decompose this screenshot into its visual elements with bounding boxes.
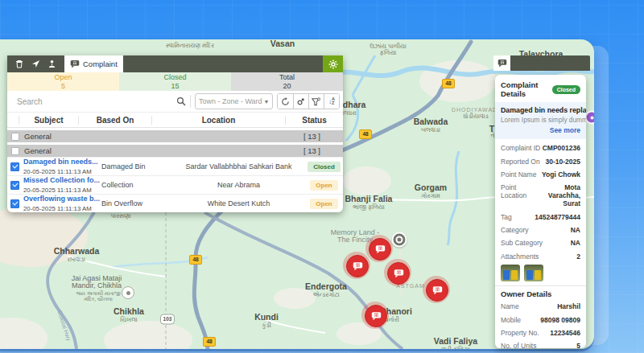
field-label: Tag bbox=[501, 213, 512, 221]
map-label-vadi-faliya-gu: વાડી ફળિયા bbox=[441, 347, 470, 349]
table-row[interactable]: Overflowing waste b... 20-05-2025 11:11:… bbox=[7, 194, 343, 212]
checkbox-checked[interactable] bbox=[10, 199, 19, 208]
field-row: Mobile98098 09809 bbox=[501, 313, 580, 326]
stats-row: Open 5 Closed 15 Total 20 bbox=[7, 72, 343, 91]
table-row[interactable]: Damaged bin needs... 20-05-2025 11:11:13… bbox=[7, 157, 343, 175]
status-badge: Closed bbox=[552, 85, 580, 94]
field-row: Reported On30-10-2025 bbox=[501, 154, 580, 167]
field-row: No. of Units5 bbox=[501, 339, 580, 348]
field-row: CategoryNA bbox=[501, 224, 580, 236]
purple-poi-icon[interactable] bbox=[585, 111, 595, 125]
map-label-jai-agasi-gu: જય અગાસી માતાજી મંદિર, ચીખલા bbox=[72, 291, 124, 302]
tab-complaint[interactable]: Complaint bbox=[64, 55, 123, 72]
divider bbox=[495, 285, 586, 286]
stat-total[interactable]: Total 20 bbox=[231, 72, 343, 91]
field-row: Property No.12234546 bbox=[501, 326, 580, 339]
complaint-bubble-icon bbox=[432, 285, 443, 295]
field-value: CMP001236 bbox=[543, 144, 580, 152]
map-label-balwada-gu: બલવાડા bbox=[421, 127, 440, 133]
location-value: White Desert Kutch bbox=[172, 199, 305, 207]
header-location[interactable]: Location bbox=[151, 116, 285, 125]
see-more-link[interactable]: See more bbox=[501, 126, 580, 134]
field-label: Point Location bbox=[501, 183, 532, 207]
search-icon[interactable] bbox=[176, 96, 186, 106]
map-label-kundi-gu: કુંડી bbox=[262, 322, 271, 329]
navigation-icon[interactable] bbox=[27, 55, 43, 72]
stat-closed[interactable]: Closed 15 bbox=[119, 72, 231, 91]
gear-icon bbox=[328, 60, 338, 69]
complaint-bubble-icon bbox=[371, 311, 382, 321]
field-label: Point Name bbox=[501, 170, 536, 179]
map-label-bhanji-falia: Bhanji Falia bbox=[345, 195, 393, 203]
sort-az-icon[interactable]: ↓ AZ bbox=[324, 94, 339, 109]
search-input[interactable] bbox=[7, 96, 176, 107]
map-label-chharwada: Chharwada bbox=[54, 247, 100, 256]
field-value: 145248779444 bbox=[535, 213, 580, 221]
complaint-time: 20-05-2025 11:11:13 AM bbox=[23, 168, 92, 175]
field-label: Reported On bbox=[501, 158, 540, 166]
field-row: Attachments2 bbox=[501, 250, 580, 263]
field-label: Complaint ID bbox=[501, 144, 540, 152]
sort-z: Z bbox=[332, 101, 335, 106]
complaint-marker[interactable] bbox=[423, 276, 450, 303]
temple-poi-icon[interactable] bbox=[122, 286, 134, 299]
field-label: No. of Units bbox=[501, 342, 536, 348]
checkbox-unchecked[interactable] bbox=[11, 147, 19, 155]
tab-complaint-detail[interactable] bbox=[493, 55, 510, 71]
detail-panel-tabbar bbox=[493, 55, 590, 71]
group-row[interactable]: General [ 13 ] bbox=[7, 130, 343, 142]
details-title: Complaint Details bbox=[501, 80, 552, 98]
complaint-marker[interactable] bbox=[384, 259, 411, 286]
complaint-title: Damaged bin needs replace... bbox=[501, 106, 580, 114]
complaint-bubble-icon bbox=[394, 269, 404, 278]
refresh-icon[interactable] bbox=[278, 94, 292, 109]
filter-icon-group: ↓ AZ bbox=[277, 93, 340, 109]
map-label-uzay-paliya: ઉઝાંય પાળીયા ફળિયા bbox=[367, 43, 409, 56]
person-icon[interactable] bbox=[43, 55, 60, 72]
group-name: General bbox=[24, 132, 52, 141]
header-status[interactable]: Status bbox=[285, 116, 343, 125]
map-label-bhanji-falia-gu: ભાંજી ફળિયા bbox=[353, 204, 385, 211]
chevron-down-icon: ▼ bbox=[263, 99, 269, 105]
checkbox-checked[interactable] bbox=[10, 162, 19, 171]
status-badge: Closed bbox=[308, 162, 341, 172]
field-value: Mota Varachha, Surat bbox=[532, 183, 580, 207]
map-label-jai-agasi: Jai Agasi Mataji Mandir, Chikhla bbox=[67, 275, 126, 290]
stat-open[interactable]: Open 5 bbox=[7, 72, 119, 91]
checkbox-unchecked[interactable] bbox=[11, 133, 19, 141]
field-value: 12234546 bbox=[550, 329, 580, 337]
field-value: NA bbox=[571, 226, 580, 234]
header-based-on[interactable]: Based On bbox=[78, 116, 151, 125]
map-label-chikhla-gu: ચિખલા bbox=[120, 317, 137, 323]
field-value: 98098 09809 bbox=[540, 316, 580, 324]
checkbox-checked[interactable] bbox=[10, 181, 19, 190]
map-label-gorgam: Gorgam bbox=[415, 183, 447, 192]
stat-open-label: Open bbox=[7, 73, 119, 82]
town-zone-ward-dropdown[interactable]: Town - Zone - Ward ▼ bbox=[195, 93, 273, 109]
field-value: NA bbox=[571, 239, 580, 247]
bin-icon[interactable] bbox=[11, 55, 27, 72]
attraction-poi-icon[interactable] bbox=[392, 232, 407, 248]
gear-dot-icon[interactable] bbox=[293, 94, 308, 109]
field-row: Tag145248779444 bbox=[501, 211, 580, 224]
dropdown-value: Town - Zone - Ward bbox=[199, 97, 262, 105]
owner-details-title: Owner Details bbox=[501, 289, 580, 298]
map-label-partial-t-gu: તે bbox=[491, 133, 495, 139]
status-badge: Open bbox=[310, 199, 337, 209]
complaint-marker[interactable] bbox=[361, 302, 389, 329]
settings-button[interactable] bbox=[323, 55, 343, 72]
attachment-photo[interactable] bbox=[524, 265, 543, 281]
map-label-gorgam-gu: ગોરગામ bbox=[421, 193, 440, 199]
filter-funnel-icon[interactable] bbox=[308, 94, 324, 109]
table-header: Subject Based On Location Status bbox=[7, 113, 343, 128]
map-label-swaminarayan-mandir: સ્વામિનારાયણ મંદિર bbox=[166, 43, 214, 49]
map-label-chharwada-gu: છરવાડા bbox=[68, 257, 85, 263]
group-row[interactable]: General [ 13 ] bbox=[7, 145, 343, 157]
header-subject[interactable]: Subject bbox=[19, 116, 78, 125]
group-count: [ 13 ] bbox=[303, 132, 320, 141]
attachment-photo[interactable] bbox=[501, 265, 520, 281]
road-badge-103: 103 bbox=[160, 314, 175, 325]
table-row[interactable]: Missed Collection fo... 20-05-2025 11:11… bbox=[7, 175, 343, 194]
stat-closed-value: 15 bbox=[119, 82, 231, 91]
complaint-marker[interactable] bbox=[343, 252, 370, 279]
